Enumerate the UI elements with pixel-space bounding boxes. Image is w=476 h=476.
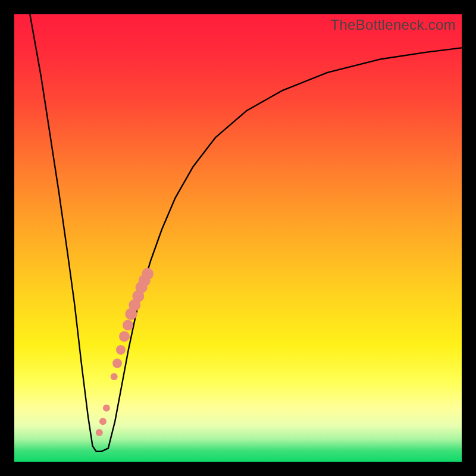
chart-overlay [14,14,462,462]
chart-frame: TheBottleneck.com [0,0,476,476]
highlight-dot [99,418,107,425]
highlight-dot [119,331,130,342]
highlight-dot [111,373,118,380]
highlight-dots [96,268,154,436]
highlight-dot [116,345,126,355]
bottleneck-curve [30,14,462,452]
highlight-dot [103,405,110,412]
highlight-dot [96,429,103,436]
highlight-dot [142,268,154,280]
highlight-dot [112,359,122,368]
highlight-dot [123,320,133,331]
chart-plot-area: TheBottleneck.com [14,14,462,462]
